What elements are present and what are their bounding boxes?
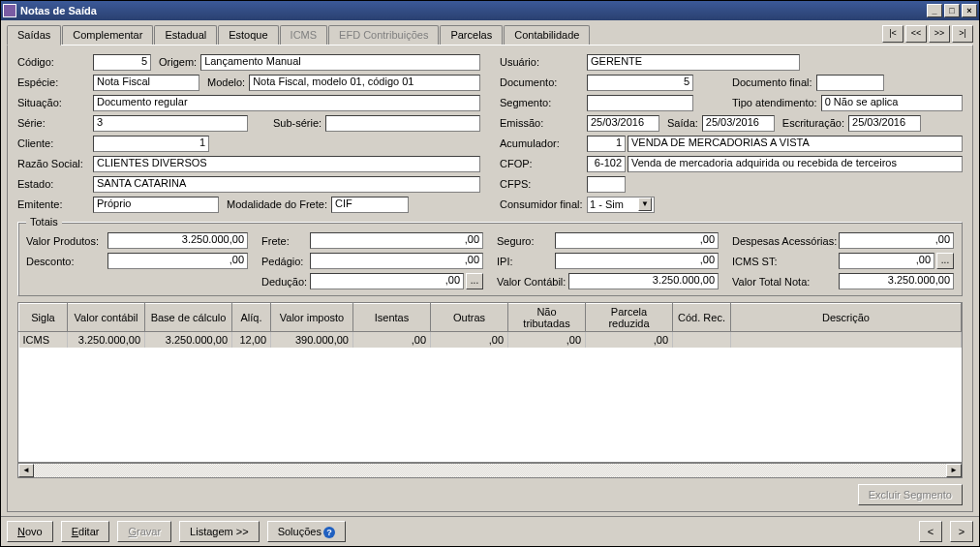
inp-razao[interactable]: CLIENTES DIVERSOS — [93, 156, 480, 172]
minimize-button[interactable]: _ — [927, 4, 942, 17]
th-naotrib[interactable]: Não tributadas — [508, 304, 586, 332]
inp-desconto[interactable]: ,00 — [107, 253, 248, 269]
inp-seguro[interactable]: ,00 — [555, 232, 719, 249]
lbl-codigo: Código: — [17, 56, 93, 68]
btn-editar[interactable]: Editar — [61, 521, 110, 542]
td-descr — [731, 332, 962, 349]
td-outras: ,00 — [431, 332, 508, 349]
inp-tipoatend[interactable]: 0 Não se aplica — [821, 95, 963, 111]
nav-last[interactable]: >| — [952, 25, 973, 43]
lbl-docfinal: Documento final: — [732, 76, 812, 88]
inp-serie[interactable]: 3 — [93, 115, 248, 132]
inp-escrit[interactable]: 25/03/2016 — [848, 115, 921, 132]
lbl-razao: Razão Social: — [17, 158, 93, 169]
th-sigla[interactable]: Sigla — [19, 304, 68, 332]
lbl-escrit: Escrituração: — [782, 117, 844, 129]
btn-listagem[interactable]: Listagem >> — [179, 521, 260, 542]
maximize-button[interactable]: □ — [944, 4, 960, 17]
th-isentas[interactable]: Isentas — [353, 304, 431, 332]
top-row: Saídas Complementar Estadual Estoque ICM… — [7, 24, 973, 45]
nav-next[interactable]: >> — [929, 25, 950, 43]
inp-acumulador-desc[interactable]: VENDA DE MERCADORIAS A VISTA — [628, 136, 963, 152]
btn-deducao-more[interactable]: ... — [466, 273, 483, 289]
inp-vtotal[interactable]: 3.250.000,00 — [839, 273, 954, 289]
inp-frete[interactable]: ,00 — [310, 232, 483, 249]
inp-cfps[interactable] — [587, 176, 626, 193]
nav-prev[interactable]: << — [905, 25, 927, 43]
td-aliq: 12,00 — [232, 332, 271, 349]
close-button[interactable]: × — [962, 4, 977, 17]
btn-page-prev[interactable]: < — [919, 521, 942, 542]
inp-icmsst[interactable]: ,00 — [839, 253, 934, 269]
tax-grid[interactable]: Sigla Valor contábil Base de cálculo Alí… — [17, 302, 963, 463]
inp-acumulador-cod[interactable]: 1 — [587, 136, 626, 152]
lbl-segmento: Segmento: — [500, 97, 587, 108]
inp-cfop-cod[interactable]: 6-102 — [587, 156, 626, 172]
lbl-pedagio: Pedágio: — [261, 256, 310, 267]
lbl-desconto: Desconto: — [26, 256, 107, 267]
btn-icmsst-more[interactable]: ... — [936, 253, 954, 269]
th-outras[interactable]: Outras — [431, 304, 508, 332]
inp-estado[interactable]: SANTA CATARINA — [93, 176, 480, 193]
inp-cliente[interactable]: 1 — [93, 136, 209, 152]
inp-emitente[interactable]: Próprio — [93, 197, 219, 213]
th-codrec[interactable]: Cód. Rec. — [673, 304, 731, 332]
btn-novo[interactable]: Novo — [7, 521, 53, 542]
inp-subserie[interactable] — [325, 115, 480, 132]
tab-contabilidade[interactable]: Contabilidade — [504, 25, 590, 46]
window: Notas de Saída _ □ × Saídas Complementar… — [0, 0, 980, 547]
nav-first[interactable]: |< — [882, 25, 903, 43]
tab-estadual[interactable]: Estadual — [154, 25, 217, 46]
btn-page-next[interactable]: > — [950, 521, 973, 542]
inp-emissao[interactable]: 25/03/2016 — [587, 115, 659, 132]
table-row[interactable]: ICMS 3.250.000,00 3.250.000,00 12,00 390… — [19, 332, 962, 349]
help-icon: ? — [323, 527, 335, 538]
tab-icms: ICMS — [280, 25, 328, 46]
scroll-left-icon[interactable]: ◄ — [18, 464, 34, 477]
tabs: Saídas Complementar Estadual Estoque ICM… — [7, 24, 863, 45]
th-parcred[interactable]: Parcela reduzida — [586, 304, 673, 332]
inp-ipi[interactable]: ,00 — [555, 253, 719, 269]
lbl-icmsst: ICMS ST: — [732, 256, 839, 267]
inp-codigo[interactable]: 5 — [93, 54, 151, 71]
sel-consfinal[interactable]: 1 - Sim ▼ — [587, 197, 655, 213]
inp-usuario[interactable]: GERENTE — [587, 54, 800, 71]
grid-hscrollbar[interactable]: ◄ ► — [17, 463, 963, 478]
form-left: Código: 5 Origem: Lançamento Manual Espé… — [17, 53, 480, 216]
content: Saídas Complementar Estadual Estoque ICM… — [1, 20, 979, 516]
th-vcontabil[interactable]: Valor contábil — [68, 304, 145, 332]
inp-situacao[interactable]: Documento regular — [93, 95, 480, 111]
inp-pedagio[interactable]: ,00 — [310, 253, 483, 269]
th-descr[interactable]: Descrição — [731, 304, 962, 332]
th-aliq[interactable]: Alíq. — [232, 304, 271, 332]
lbl-cliente: Cliente: — [17, 137, 93, 149]
inp-vprod[interactable]: 3.250.000,00 — [107, 232, 248, 249]
scroll-track[interactable] — [34, 464, 946, 477]
scroll-right-icon[interactable]: ► — [946, 464, 962, 477]
inp-saida[interactable]: 25/03/2016 — [702, 115, 775, 132]
inp-despesas[interactable]: ,00 — [839, 232, 954, 249]
inp-deducao[interactable]: ,00 — [310, 273, 464, 289]
inp-origem[interactable]: Lançamento Manual — [200, 54, 480, 71]
inp-especie[interactable]: Nota Fiscal — [93, 75, 199, 91]
inp-modelo[interactable]: Nota Fiscal, modelo 01, código 01 — [249, 75, 480, 91]
th-vimposto[interactable]: Valor imposto — [271, 304, 353, 332]
inp-modfrete[interactable]: CIF — [331, 197, 409, 213]
inp-segmento[interactable] — [587, 95, 693, 111]
lbl-modelo: Modelo: — [207, 76, 245, 88]
panel-saidas: Código: 5 Origem: Lançamento Manual Espé… — [7, 45, 973, 512]
tab-parcelas[interactable]: Parcelas — [440, 25, 503, 46]
form-area: Código: 5 Origem: Lançamento Manual Espé… — [17, 53, 963, 216]
lbl-despesas: Despesas Acessórias: — [732, 235, 839, 247]
lbl-seguro: Seguro: — [497, 235, 555, 247]
btn-solucoes[interactable]: Soluções? — [267, 521, 346, 542]
sel-consfinal-value: 1 - Sim — [590, 198, 624, 210]
inp-cfop-desc[interactable]: Venda de mercadoria adquirida ou recebid… — [628, 156, 963, 172]
tab-saidas[interactable]: Saídas — [7, 25, 61, 46]
inp-vcontabil[interactable]: 3.250.000,00 — [568, 273, 719, 289]
inp-documento[interactable]: 5 — [587, 75, 693, 91]
tab-estoque[interactable]: Estoque — [218, 25, 278, 46]
inp-docfinal[interactable] — [816, 75, 884, 91]
th-base[interactable]: Base de cálculo — [145, 304, 232, 332]
tab-complementar[interactable]: Complementar — [62, 25, 153, 46]
